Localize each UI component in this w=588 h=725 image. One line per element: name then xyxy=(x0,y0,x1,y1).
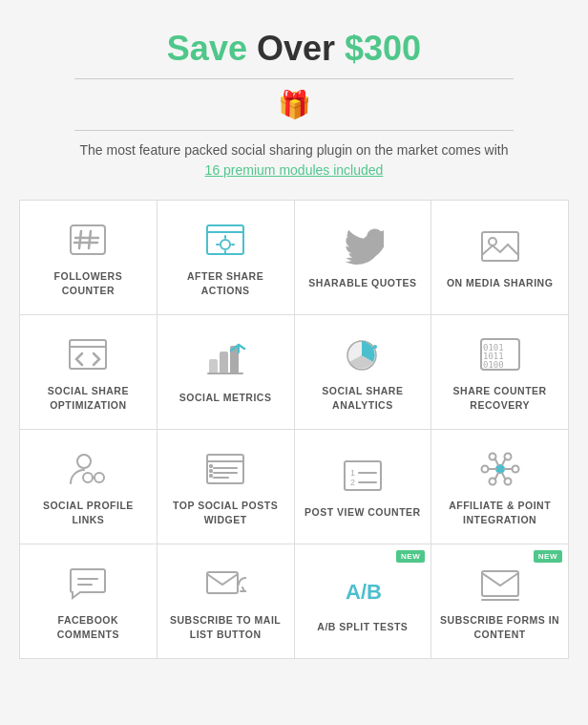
social-metrics-icon xyxy=(200,341,250,381)
subscribe-forms-in-content-icon xyxy=(475,564,525,604)
save-text: Save xyxy=(167,29,247,68)
header: Save Over $300 🎁 The most feature packed… xyxy=(19,29,569,181)
social-profile-links-icon xyxy=(63,449,113,489)
header-description: The most feature packed social sharing p… xyxy=(19,140,569,181)
svg-rect-0 xyxy=(71,225,105,254)
grid-item-top-social-posts-widget[interactable]: TOP SOCIAL POSTS WIDGET xyxy=(158,430,295,544)
header-divider-2 xyxy=(74,130,514,131)
followers-counter-label: FOLLOWERS COUNTER xyxy=(28,269,149,297)
new-badge: NEW xyxy=(396,550,425,563)
social-share-optimization-label: SOCIAL SHARE OPTIMIZATION xyxy=(28,384,149,412)
svg-point-30 xyxy=(83,473,93,482)
svg-line-56 xyxy=(502,473,506,480)
grid-item-social-profile-links[interactable]: SOCIAL PROFILE LINKS xyxy=(20,430,158,544)
ab-split-tests-icon: A/B xyxy=(338,570,388,610)
grid-item-post-view-counter[interactable]: 1 2 POST VIEW COUNTER xyxy=(295,430,432,544)
grid-item-after-share-actions[interactable]: AFTER SHARE ACTIONS xyxy=(158,201,295,315)
affiliate-point-integration-icon xyxy=(475,449,525,489)
social-share-optimization-icon xyxy=(63,334,113,374)
facebook-comments-label: FACEBOOK COMMENTS xyxy=(28,613,149,641)
grid-item-affiliate-point-integration[interactable]: AFFILIATE & POINT INTEGRATION xyxy=(431,430,569,544)
svg-rect-14 xyxy=(70,340,106,369)
new-badge: NEW xyxy=(534,550,562,563)
feature-grid: FOLLOWERS COUNTER AFTER SHARE ACTIONS SH… xyxy=(19,200,569,659)
svg-line-2 xyxy=(89,231,91,248)
svg-text:1: 1 xyxy=(350,468,355,478)
ab-split-tests-label: A/B SPLIT TESTS xyxy=(317,620,408,634)
svg-text:0100: 0100 xyxy=(483,360,504,370)
headline: Save Over $300 xyxy=(19,29,569,69)
post-view-counter-label: POST VIEW COUNTER xyxy=(304,505,421,520)
svg-rect-16 xyxy=(210,360,217,373)
grid-item-subscribe-forms-in-content[interactable]: NEW SUBSCRIBE FORMS IN CONTENT xyxy=(431,544,569,659)
svg-line-53 xyxy=(494,458,498,465)
gift-icon: 🎁 xyxy=(19,89,569,120)
svg-point-45 xyxy=(481,465,488,472)
post-view-counter-icon: 1 2 xyxy=(338,456,388,496)
svg-line-1 xyxy=(79,231,81,248)
after-share-actions-icon xyxy=(200,220,250,260)
grid-item-subscribe-to-mail-list-button[interactable]: SUBSCRIBE TO MAIL LIST BUTTON xyxy=(158,544,295,659)
sharable-quotes-label: SHARABLE QUOTES xyxy=(308,276,416,290)
price-text: $300 xyxy=(345,29,421,68)
social-profile-links-label: SOCIAL PROFILE LINKS xyxy=(28,499,149,526)
sharable-quotes-icon xyxy=(338,226,388,267)
share-counter-recovery-icon: 0101 1011 0100 xyxy=(475,334,525,374)
header-divider xyxy=(74,78,514,79)
grid-item-social-share-optimization[interactable]: SOCIAL SHARE OPTIMIZATION xyxy=(20,315,158,430)
svg-point-28 xyxy=(77,455,91,468)
share-counter-recovery-label: SHARE COUNTER RECOVERY xyxy=(439,384,560,412)
svg-line-54 xyxy=(502,458,506,465)
svg-rect-37 xyxy=(210,470,212,472)
grid-item-social-metrics[interactable]: SOCIAL METRICS xyxy=(158,315,295,430)
grid-item-on-media-sharing[interactable]: ON MEDIA SHARING xyxy=(431,201,569,315)
svg-rect-36 xyxy=(210,465,212,467)
top-social-posts-widget-icon xyxy=(200,449,250,489)
on-media-sharing-label: ON MEDIA SHARING xyxy=(447,276,553,290)
subscribe-forms-in-content-label: SUBSCRIBE FORMS IN CONTENT xyxy=(439,613,560,641)
svg-point-29 xyxy=(94,473,104,482)
social-metrics-label: SOCIAL METRICS xyxy=(179,391,272,405)
on-media-sharing-icon xyxy=(475,226,525,267)
social-share-analytics-label: SOCIAL SHARE ANALYTICS xyxy=(303,384,424,412)
social-share-analytics-icon xyxy=(338,334,388,374)
grid-item-facebook-comments[interactable]: FACEBOOK COMMENTS xyxy=(20,544,158,659)
grid-item-sharable-quotes[interactable]: SHARABLE QUOTES xyxy=(295,201,432,315)
over-text: Over xyxy=(257,29,335,68)
svg-rect-12 xyxy=(482,232,518,261)
grid-item-social-share-analytics[interactable]: SOCIAL SHARE ANALYTICS xyxy=(295,315,432,430)
subscribe-to-mail-list-button-icon xyxy=(200,564,250,604)
svg-line-55 xyxy=(494,473,498,480)
top-social-posts-widget-label: TOP SOCIAL POSTS WIDGET xyxy=(165,499,286,526)
after-share-actions-label: AFTER SHARE ACTIONS xyxy=(165,269,286,297)
svg-point-44 xyxy=(496,465,504,473)
svg-rect-17 xyxy=(220,352,227,373)
subscribe-to-mail-list-button-label: SUBSCRIBE TO MAIL LIST BUTTON xyxy=(165,613,286,641)
svg-rect-59 xyxy=(207,572,238,593)
svg-text:A/B: A/B xyxy=(346,580,382,604)
svg-rect-38 xyxy=(210,475,212,477)
grid-item-share-counter-recovery[interactable]: 0101 1011 0100 SHARE COUNTER RECOVERY xyxy=(431,315,569,430)
svg-text:2: 2 xyxy=(350,478,355,487)
svg-point-23 xyxy=(373,345,377,349)
followers-counter-icon xyxy=(63,220,113,260)
facebook-comments-icon xyxy=(63,564,113,604)
svg-point-7 xyxy=(220,240,230,249)
affiliate-point-integration-label: AFFILIATE & POINT INTEGRATION xyxy=(439,499,560,526)
grid-item-ab-split-tests[interactable]: NEW A/B A/B SPLIT TESTS xyxy=(295,544,432,659)
svg-rect-61 xyxy=(482,571,518,596)
grid-item-followers-counter[interactable]: FOLLOWERS COUNTER xyxy=(20,201,158,315)
page-wrapper: Save Over $300 🎁 The most feature packed… xyxy=(0,0,588,678)
svg-point-46 xyxy=(512,465,518,472)
